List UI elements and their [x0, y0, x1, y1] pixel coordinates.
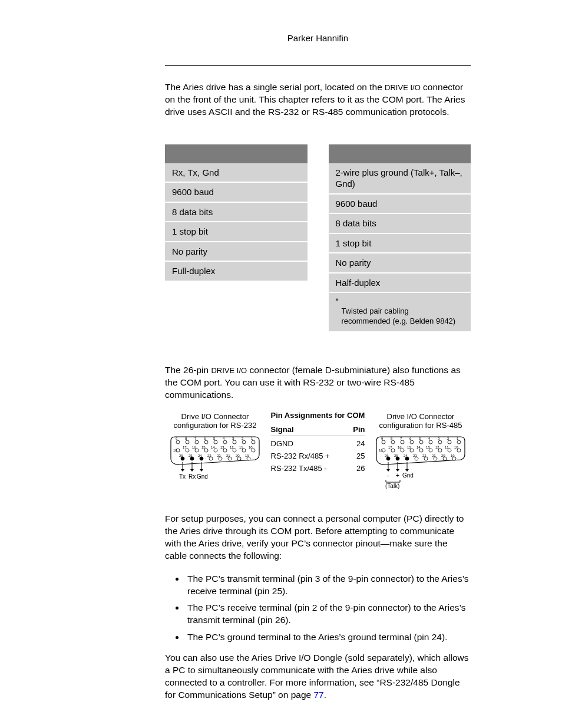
svg-point-68 — [429, 440, 432, 444]
rs232-connector-diagram: 9 8 7 6 5 4 3 2 1 18 17 16 15 14 — [165, 434, 265, 487]
svg-text:1: 1 — [251, 437, 253, 440]
pin-assignment-table: Pin Assignments for COM Signal Pin DGND … — [271, 411, 365, 475]
pin-table-row: RS-232 Rx/485 + 25 — [271, 450, 365, 462]
svg-text:13: 13 — [220, 446, 224, 449]
svg-point-6 — [204, 440, 208, 444]
svg-text:3: 3 — [232, 437, 234, 440]
svg-text:7: 7 — [194, 437, 197, 440]
svg-text:Gnd: Gnd — [402, 472, 414, 479]
rs485-row: 1 stop bit — [329, 233, 471, 253]
setup-bullet-list: The PC’s transmit terminal (pin 3 of the… — [185, 573, 471, 644]
svg-point-64 — [410, 440, 414, 444]
rs232-rx-label: Rx — [189, 473, 196, 480]
svg-text:23: 23 — [413, 454, 417, 457]
list-item: The PC’s transmit terminal (pin 3 of the… — [185, 573, 471, 598]
svg-point-62 — [401, 440, 404, 444]
svg-text:20: 20 — [236, 454, 240, 457]
svg-text:22: 22 — [422, 454, 427, 457]
svg-text:16: 16 — [398, 446, 402, 449]
mid-smallcaps: DRIVE I/O — [211, 366, 247, 375]
svg-text:14: 14 — [211, 446, 215, 449]
rs232-caption-l2: configuration for RS-232 — [174, 421, 257, 430]
rs485-caption-l1: Drive I/O Connector — [387, 412, 455, 421]
svg-text:19: 19 — [245, 454, 249, 457]
rs232-table-header — [165, 144, 308, 163]
pin-table-header-pin: Pin — [353, 425, 365, 434]
mid-paragraph: The 26-pin DRIVE I/O connector (female D… — [165, 364, 471, 401]
rs232-gnd-label: Gnd — [197, 473, 208, 480]
rs485-table: 2-wire plus ground (Talk+, Talk–, Gnd) 9… — [329, 144, 471, 331]
svg-point-4 — [195, 440, 199, 444]
rs232-row: No parity — [165, 241, 308, 261]
svg-text:4: 4 — [428, 437, 431, 440]
svg-marker-53 — [181, 469, 184, 472]
rs485-caption-l2: configuration for RS-485 — [379, 421, 462, 430]
svg-text:18: 18 — [173, 449, 177, 452]
rs232-caption-l1: Drive I/O Connector — [181, 412, 249, 421]
rs232-tx-label: Tx — [179, 473, 186, 480]
svg-point-0 — [176, 440, 180, 444]
rs232-row: 9600 baud — [165, 182, 308, 202]
mid-text-1: The 26-pin — [165, 365, 211, 375]
svg-text:17: 17 — [388, 446, 392, 449]
svg-point-72 — [448, 440, 451, 444]
list-item: The PC’s ground terminal to the Aries’s … — [185, 631, 471, 644]
svg-marker-55 — [190, 469, 194, 472]
horizontal-rule — [165, 65, 471, 66]
rs232-row: 1 stop bit — [165, 221, 308, 241]
pin-table-header-signal: Signal — [271, 425, 294, 434]
pin-table-row: DGND 24 — [271, 437, 365, 450]
svg-point-60 — [391, 440, 395, 444]
svg-marker-57 — [200, 469, 203, 472]
svg-text:26: 26 — [385, 454, 389, 457]
svg-text:3: 3 — [438, 437, 440, 440]
pin-number: 26 — [356, 464, 365, 473]
rs485-note: * Twisted pair cabling recommended (e.g.… — [329, 292, 471, 331]
page-header: Parker Hannifin — [165, 33, 471, 43]
svg-text:1: 1 — [457, 437, 459, 440]
intro-text-1: The Aries drive has a single serial port… — [165, 82, 385, 92]
svg-point-70 — [438, 440, 442, 444]
svg-text:24: 24 — [404, 454, 408, 457]
diagrams-row: Drive I/O Connector configuration for RS… — [165, 412, 471, 492]
svg-text:15: 15 — [201, 446, 206, 449]
svg-text:6: 6 — [409, 437, 412, 440]
svg-text:2: 2 — [447, 437, 449, 440]
svg-text:25: 25 — [189, 454, 193, 457]
svg-text:12: 12 — [230, 446, 234, 449]
svg-text:12: 12 — [435, 446, 439, 449]
svg-text:26: 26 — [179, 454, 183, 457]
svg-text:17: 17 — [183, 446, 187, 449]
rs485-note-body: Twisted pair cabling recommended (e.g. B… — [342, 307, 459, 327]
rs485-connector-diagram: 9 8 7 6 5 4 3 2 1 18 17 16 15 14 13 — [371, 434, 471, 492]
svg-text:10: 10 — [249, 446, 253, 449]
rs232-row: 8 data bits — [165, 202, 308, 222]
svg-point-8 — [214, 440, 217, 444]
page-link-77[interactable]: 77 — [313, 690, 323, 700]
rs485-table-header — [329, 144, 471, 163]
svg-text:5: 5 — [213, 437, 216, 440]
svg-text:11: 11 — [239, 446, 243, 449]
pin-signal: RS-232 Rx/485 + — [271, 452, 330, 460]
svg-point-14 — [242, 440, 246, 444]
svg-text:23: 23 — [207, 454, 211, 457]
rs485-row: 2-wire plus ground (Talk+, Talk–, Gnd) — [329, 163, 471, 193]
rs485-note-star: * — [336, 297, 339, 307]
svg-text:16: 16 — [192, 446, 196, 449]
svg-text:4: 4 — [223, 437, 225, 440]
rs485-row: 8 data bits — [329, 213, 471, 233]
rs485-caption: Drive I/O Connector configuration for RS… — [371, 412, 471, 430]
svg-point-66 — [419, 440, 423, 444]
svg-text:11: 11 — [445, 446, 449, 449]
svg-text:13: 13 — [426, 446, 430, 449]
svg-text:20: 20 — [441, 454, 445, 457]
svg-text:9: 9 — [176, 437, 178, 440]
svg-text:15: 15 — [407, 446, 411, 449]
pin-number: 25 — [356, 452, 365, 460]
svg-text:(Talk): (Talk) — [385, 483, 399, 489]
svg-text:21: 21 — [226, 454, 230, 457]
svg-text:18: 18 — [379, 449, 383, 452]
rs232-table: Rx, Tx, Gnd 9600 baud 8 data bits 1 stop… — [165, 144, 308, 331]
svg-text:22: 22 — [217, 454, 221, 457]
svg-text:2: 2 — [242, 437, 244, 440]
